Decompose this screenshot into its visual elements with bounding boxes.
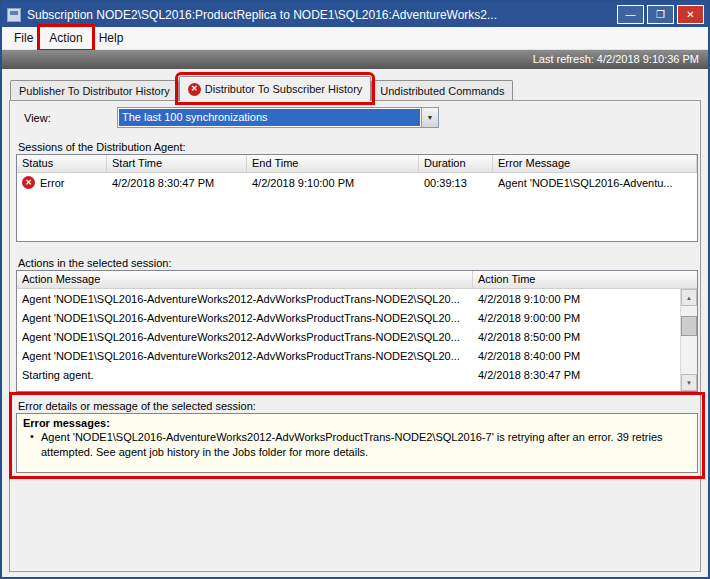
view-label: View: (24, 112, 51, 124)
tab-undistributed-commands[interactable]: Undistributed Commands (371, 80, 513, 100)
column-header-action-time[interactable]: Action Time (473, 271, 697, 288)
last-refresh-bar: Last refresh: 4/2/2018 9:10:36 PM (2, 50, 708, 69)
error-details-label: Error details or message of the selected… (18, 400, 256, 412)
menu-help[interactable]: Help (91, 28, 132, 48)
session-end-time: 4/2/2018 9:10:00 PM (247, 177, 419, 189)
column-header-start-time[interactable]: Start Time (107, 155, 247, 172)
view-dropdown[interactable]: The last 100 synchronizations ▼ (117, 107, 439, 128)
sessions-label: Sessions of the Distribution Agent: (18, 141, 186, 153)
error-icon: ✕ (22, 176, 35, 189)
action-row[interactable]: Agent 'NODE1\SQL2016-AdventureWorks2012-… (17, 289, 697, 308)
close-button[interactable]: ✕ (677, 5, 704, 24)
action-time: 4/2/2018 8:30:47 PM (473, 369, 697, 381)
session-status-cell: ✕ Error (17, 176, 107, 189)
session-start-time: 4/2/2018 8:30:47 PM (107, 177, 247, 189)
maximize-button[interactable]: ❐ (647, 5, 674, 24)
action-row[interactable]: Agent 'NODE1\SQL2016-AdventureWorks2012-… (17, 346, 697, 365)
column-header-duration[interactable]: Duration (419, 155, 493, 172)
menu-action[interactable]: Action (41, 28, 90, 48)
action-message: Agent 'NODE1\SQL2016-AdventureWorks2012-… (17, 293, 473, 305)
actions-table-header: Action Message Action Time (17, 271, 697, 289)
column-header-action-message[interactable]: Action Message (17, 271, 473, 288)
view-dropdown-value: The last 100 synchronizations (119, 109, 420, 126)
error-messages-heading: Error messages: (23, 417, 691, 429)
scrollbar-thumb[interactable] (681, 316, 697, 336)
action-row[interactable]: Starting agent. 4/2/2018 8:30:47 PM (17, 365, 697, 384)
error-message-item: • Agent 'NODE1\SQL2016-AdventureWorks201… (23, 430, 691, 461)
column-header-error-message[interactable]: Error Message (493, 155, 697, 172)
bullet-icon: • (23, 430, 41, 461)
action-time: 4/2/2018 9:10:00 PM (473, 293, 697, 305)
window-title: Subscription NODE2\SQL2016:ProductReplic… (27, 8, 614, 22)
tab-label: Undistributed Commands (380, 85, 504, 97)
window-controls: — ❐ ✕ (614, 5, 704, 24)
scroll-down-icon[interactable]: ▼ (681, 374, 697, 391)
tab-label: Publisher To Distributor History (19, 85, 170, 97)
action-time: 4/2/2018 9:00:00 PM (473, 312, 697, 324)
session-status: Error (40, 177, 64, 189)
subscription-window: Subscription NODE2\SQL2016:ProductReplic… (0, 0, 710, 579)
titlebar: Subscription NODE2\SQL2016:ProductReplic… (2, 2, 708, 27)
sessions-table-header: Status Start Time End Time Duration Erro… (17, 155, 697, 173)
action-message: Agent 'NODE1\SQL2016-AdventureWorks2012-… (17, 350, 473, 362)
menu-bar: File Action Help (2, 27, 708, 50)
action-message: Agent 'NODE1\SQL2016-AdventureWorks2012-… (17, 331, 473, 343)
column-header-status[interactable]: Status (17, 155, 107, 172)
action-row[interactable]: Agent 'NODE1\SQL2016-AdventureWorks2012-… (17, 308, 697, 327)
actions-label: Actions in the selected session: (18, 257, 171, 269)
session-duration: 00:39:13 (419, 177, 493, 189)
window-icon (7, 8, 21, 22)
action-message: Agent 'NODE1\SQL2016-AdventureWorks2012-… (17, 312, 473, 324)
sessions-table: Status Start Time End Time Duration Erro… (16, 154, 698, 242)
menu-file[interactable]: File (6, 28, 41, 48)
chevron-down-icon[interactable]: ▼ (421, 108, 438, 127)
action-message: Starting agent. (17, 369, 473, 381)
error-details-box: Error messages: • Agent 'NODE1\SQL2016-A… (16, 413, 698, 473)
action-time: 4/2/2018 8:50:00 PM (473, 331, 697, 343)
error-message-text: Agent 'NODE1\SQL2016-AdventureWorks2012-… (41, 430, 691, 461)
action-time: 4/2/2018 8:40:00 PM (473, 350, 697, 362)
session-row[interactable]: ✕ Error 4/2/2018 8:30:47 PM 4/2/2018 9:1… (17, 173, 697, 192)
tab-label: Distributor To Subscriber History (205, 83, 363, 95)
action-row[interactable]: Agent 'NODE1\SQL2016-AdventureWorks2012-… (17, 327, 697, 346)
tab-publisher-to-distributor[interactable]: Publisher To Distributor History (10, 80, 179, 100)
tab-distributor-to-subscriber[interactable]: ✕ Distributor To Subscriber History (179, 76, 372, 101)
session-error-message: Agent 'NODE1\SQL2016-Adventu... (493, 177, 697, 189)
tab-strip: Publisher To Distributor History ✕ Distr… (10, 76, 513, 101)
scroll-up-icon[interactable]: ▲ (681, 289, 697, 306)
actions-table: Action Message Action Time Agent 'NODE1\… (16, 270, 698, 392)
column-header-end-time[interactable]: End Time (247, 155, 419, 172)
error-icon: ✕ (188, 83, 201, 96)
actions-scrollbar[interactable]: ▲ ▼ (680, 289, 697, 391)
minimize-button[interactable]: — (617, 5, 644, 24)
last-refresh-text: Last refresh: 4/2/2018 9:10:36 PM (533, 53, 699, 65)
